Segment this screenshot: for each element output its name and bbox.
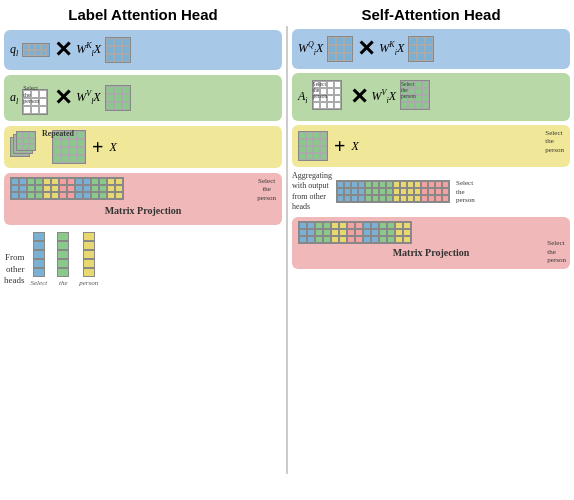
right-row1: WQiX ✕ WKiX [292, 29, 570, 69]
right-row2-select2: Selecttheperson [401, 81, 416, 99]
left-row1-multiply: ✕ [54, 37, 72, 63]
right-row5-content [298, 221, 412, 244]
left-col-2: the [57, 232, 69, 287]
left-row3-repeated: Repeated [42, 129, 74, 138]
left-row1-grid [105, 37, 131, 63]
right-row5-select: Selecttheperson [547, 239, 566, 264]
left-row4-wide: Selecttheperson [10, 177, 276, 200]
left-row2-multiply: ✕ [54, 85, 72, 111]
left-row3-x: X [109, 140, 116, 155]
right-panel: Self-Attention Head WQiX ✕ WKiX Ai [292, 6, 570, 494]
right-row5-label: Matrix Projection [393, 247, 470, 258]
left-bottom: Fromotherheads Select [4, 232, 282, 287]
right-row1-label2: WKiX [379, 40, 404, 57]
right-row2-Ai-box: Selecttheperson [312, 80, 346, 114]
left-col-3-label: person [79, 279, 98, 287]
right-row1-grid1 [327, 36, 353, 62]
left-row2-grid [105, 85, 131, 111]
left-from-label: Fromotherheads [4, 252, 25, 287]
right-row3-x: X [351, 139, 358, 154]
right-row1-label1: WQiX [298, 40, 323, 57]
left-vert-cols: Select the [31, 232, 99, 287]
left-col-1-label: Select [31, 279, 48, 287]
right-row5-proj: Matrix Projection Selecttheperson [292, 217, 570, 269]
left-panel: Label Attention Head ql ✕ WKlX al [4, 6, 282, 494]
left-row1-vector [22, 43, 50, 57]
left-col-3-cells [83, 232, 95, 277]
left-row4-select: Selecttheperson [257, 177, 276, 202]
right-row5-grid [298, 221, 412, 244]
right-row1-multiply: ✕ [357, 36, 375, 62]
left-col-3: person [79, 232, 98, 287]
left-col-2-cells [57, 232, 69, 277]
right-row2-select1: Selecttheperson [313, 81, 328, 99]
left-row3-stacked [10, 131, 42, 163]
left-row1-matrix-label: WKlX [76, 41, 101, 58]
left-row1: ql ✕ WKlX [4, 30, 282, 70]
left-row2-label: al [10, 90, 18, 106]
left-title: Label Attention Head [4, 6, 282, 23]
left-row2-select: Selecttheperson [23, 85, 39, 105]
left-row1-label: ql [10, 42, 18, 58]
right-row4-wide-grid [336, 180, 450, 203]
right-row1-grid2 [408, 36, 434, 62]
right-row3-grid [298, 131, 328, 161]
right-title: Self-Attention Head [292, 6, 570, 23]
left-row2-matrix-label: WVlX [76, 89, 100, 106]
right-row2-label: WViX [372, 88, 396, 105]
left-row3-plus: + [92, 136, 103, 159]
right-row3: + X Selecttheperson [292, 125, 570, 167]
right-aggregating: Aggregatingwith outputfrom otherheads [292, 171, 332, 213]
panel-divider [286, 26, 288, 474]
right-row4-select: Selecttheperson [456, 179, 475, 204]
right-row4: Aggregatingwith outputfrom otherheads Se… [292, 171, 570, 213]
left-col-2-label: the [59, 279, 68, 287]
left-row2: al Selecttheperson ✕ WVlX [4, 75, 282, 121]
left-col-1: Select [31, 232, 48, 287]
left-row4-multicolor-grid [10, 177, 124, 200]
right-row3-select: Selecttheperson [545, 129, 564, 154]
left-row2-vector: Selecttheperson [22, 84, 50, 112]
left-col-1-cells [33, 232, 45, 277]
right-row2-grid-box: Selecttheperson [400, 80, 434, 114]
left-row4-proj: Selecttheperson Matrix Projection [4, 173, 282, 225]
left-row3: Repeated + X [4, 126, 282, 168]
left-row4-label: Matrix Projection [105, 205, 182, 216]
right-row2-multiply: ✕ [350, 84, 368, 110]
right-row2-Ai: Ai [298, 89, 308, 105]
right-row2: Ai Selecttheperson ✕ WViX [292, 73, 570, 121]
right-row3-plus: + [334, 135, 345, 158]
